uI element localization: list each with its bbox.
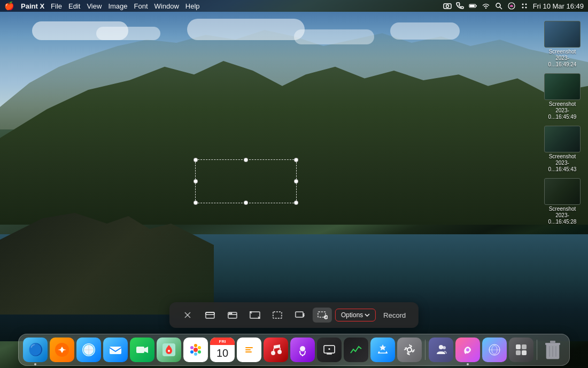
svg-point-10 [525, 4, 527, 5]
datetime[interactable]: Fri 10 Mar 16:49 [533, 2, 584, 10]
dock-item-photos[interactable] [183, 338, 208, 362]
rectangle-window-mode-button[interactable] [200, 308, 220, 323]
menu-font[interactable]: Font [134, 2, 148, 10]
dock-item-controlcenter[interactable] [509, 338, 533, 362]
phone-icon[interactable] [456, 2, 465, 10]
siri-icon[interactable] [507, 2, 516, 10]
svg-point-6 [496, 3, 500, 7]
freeform-mode-button[interactable] [268, 308, 287, 323]
svg-rect-37 [110, 347, 121, 354]
svg-rect-71 [522, 344, 527, 349]
icon-label-2: Screenshot 2023-0...16:45:43 [543, 154, 582, 173]
svg-point-61 [329, 348, 330, 350]
desktop-icons: Screenshot 2023-0...16:49:24 Screenshot … [541, 19, 584, 227]
handle-top-left[interactable] [194, 158, 198, 162]
handle-top-mid[interactable] [244, 158, 248, 162]
camera-icon[interactable] [443, 2, 452, 10]
cloud-3 [187, 19, 305, 40]
dock-item-trash[interactable] [540, 338, 565, 362]
desktop-icon-2[interactable]: Screenshot 2023-0...16:45:43 [541, 124, 584, 175]
dock-item-reminders[interactable] [237, 338, 261, 362]
dock-item-maps[interactable] [157, 338, 181, 362]
window-mode-button[interactable] [223, 308, 242, 323]
menu-help[interactable]: Help [185, 2, 200, 10]
dock-item-finder[interactable]: 🔵 [23, 338, 48, 362]
svg-rect-76 [550, 341, 555, 343]
svg-point-43 [194, 344, 197, 347]
desktop-icon-3[interactable]: Screenshot 2023-0...16:45:28 [541, 176, 584, 227]
svg-marker-39 [144, 347, 148, 353]
dock-item-music[interactable] [264, 338, 288, 362]
menu-edit[interactable]: Edit [68, 2, 80, 10]
dock-item-systemprefs[interactable] [397, 338, 422, 362]
svg-rect-15 [206, 312, 214, 318]
svg-point-42 [194, 348, 198, 352]
record-button[interactable]: Record [379, 309, 410, 321]
dock-item-paintx[interactable] [455, 338, 480, 362]
dock-item-teams[interactable] [429, 338, 453, 362]
apple-menu[interactable]: 🍎 [4, 1, 14, 11]
svg-point-54 [277, 350, 282, 354]
dock-item-stocks[interactable] [344, 338, 368, 362]
wifi-icon[interactable] [482, 2, 490, 10]
dock-item-appletv[interactable] [317, 338, 342, 362]
svg-rect-72 [516, 350, 521, 355]
svg-rect-50 [245, 347, 253, 348]
menubar-right: Fri 10 Mar 16:49 [443, 2, 584, 10]
svg-point-53 [271, 351, 275, 355]
dock-item-calendar[interactable]: FRI 10 [210, 338, 235, 362]
fullscreen-mode-button[interactable] [245, 308, 265, 323]
svg-rect-23 [296, 312, 303, 317]
dock-item-mail[interactable] [103, 338, 128, 362]
dock-item-siri[interactable] [482, 338, 507, 362]
svg-point-44 [198, 346, 201, 349]
handle-top-right[interactable] [294, 158, 298, 162]
dock-separator-2 [537, 340, 537, 360]
svg-rect-75 [545, 343, 560, 345]
svg-point-19 [229, 313, 230, 314]
options-button[interactable]: Options [335, 309, 376, 321]
menu-view[interactable]: View [87, 2, 102, 10]
svg-point-5 [485, 7, 486, 9]
svg-point-48 [190, 346, 194, 349]
app-name[interactable]: Paint X [21, 2, 44, 10]
svg-rect-22 [273, 312, 282, 318]
handle-mid-right[interactable] [294, 179, 298, 183]
svg-rect-4 [470, 5, 475, 7]
battery-icon [469, 2, 477, 10]
svg-rect-70 [516, 344, 521, 349]
svg-point-41 [168, 350, 170, 352]
menu-window[interactable]: Window [154, 2, 179, 10]
handle-bot-mid[interactable] [244, 201, 248, 205]
selection-box[interactable] [195, 159, 297, 203]
svg-point-9 [522, 4, 523, 5]
dock-separator [425, 340, 425, 360]
desktop-icon-0[interactable]: Screenshot 2023-0...16:49:24 [541, 19, 584, 70]
svg-point-1 [446, 5, 448, 7]
menu-image[interactable]: Image [108, 2, 127, 10]
dock-item-safari[interactable] [76, 338, 101, 362]
freeform-portion-mode-button[interactable] [313, 308, 332, 323]
menubar-left: 🍎 Paint X File Edit View Image Font Wind… [4, 1, 200, 11]
menubar: 🍎 Paint X File Edit View Image Font Wind… [0, 0, 588, 12]
handle-bot-left[interactable] [194, 201, 198, 205]
icon-label-1: Screenshot 2023-0...16:45:49 [543, 101, 582, 120]
dock: 🔵 FRI 10 [18, 334, 570, 366]
search-icon[interactable] [494, 2, 503, 10]
svg-point-46 [194, 352, 197, 356]
screen-portion-mode-button[interactable] [290, 308, 310, 323]
dock-item-launchpad[interactable] [50, 338, 74, 362]
close-button[interactable] [178, 308, 197, 323]
paintx-running-dot [467, 363, 469, 365]
svg-point-20 [231, 313, 232, 314]
dock-item-appstore[interactable] [370, 338, 395, 362]
svg-rect-51 [245, 349, 251, 350]
icon-thumb-2 [544, 126, 581, 152]
handle-mid-left[interactable] [194, 179, 198, 183]
dock-item-facetime[interactable] [130, 338, 154, 362]
dock-item-podcasts[interactable] [290, 338, 315, 362]
desktop-icon-1[interactable]: Screenshot 2023-0...16:45:49 [541, 71, 584, 122]
menu-file[interactable]: File [51, 2, 62, 10]
handle-bot-right[interactable] [294, 201, 298, 205]
control-center-icon[interactable] [520, 2, 529, 10]
